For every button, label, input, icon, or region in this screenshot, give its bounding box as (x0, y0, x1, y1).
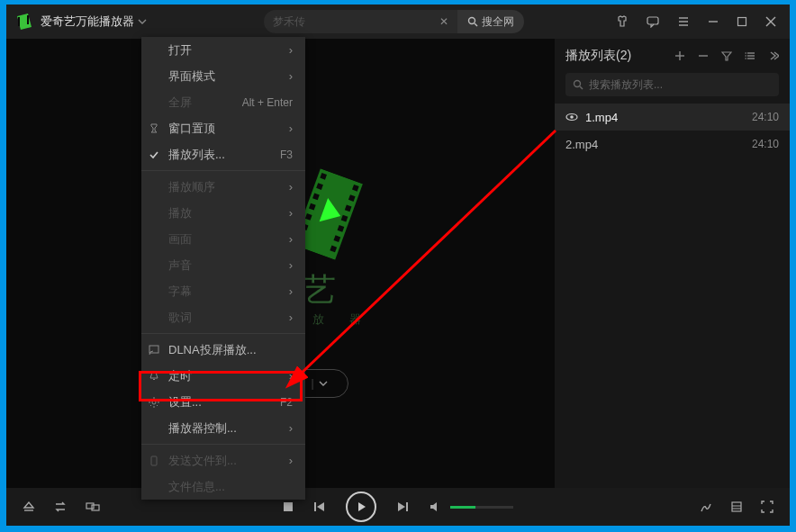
playlist-item-duration: 24:10 (752, 111, 779, 123)
playlist-list-icon[interactable] (745, 50, 755, 61)
volume-icon (429, 500, 441, 513)
main-area: 艺 放 器 | 播放列表(2) 搜索播放列表... (6, 39, 790, 488)
volume-control[interactable] (429, 500, 513, 513)
menu-playlist[interactable]: 播放列表...F3 (141, 141, 305, 167)
svg-rect-49 (284, 502, 293, 511)
playlist-collapse-icon[interactable] (768, 50, 779, 61)
menu-icon[interactable] (677, 15, 690, 28)
svg-rect-52 (732, 502, 741, 511)
titlebar-icons (616, 15, 790, 28)
gear-icon (149, 397, 161, 408)
playlist-item[interactable]: 1.mp4 24:10 (555, 104, 790, 131)
playlist-item-name: 1.mp4 (585, 111, 618, 124)
message-icon[interactable] (647, 15, 659, 28)
cast-icon (149, 345, 161, 356)
context-menu: 打开› 界面模式› 全屏Alt + Enter 窗口置顶› 播放列表...F3 … (141, 37, 305, 500)
loop-icon[interactable] (53, 500, 68, 513)
menu-ui-mode[interactable]: 界面模式› (141, 63, 305, 89)
menu-dlna[interactable]: DLNA投屏播放... (141, 337, 305, 363)
stop-icon[interactable] (283, 501, 294, 512)
svg-rect-5 (647, 17, 658, 24)
title-dropdown-icon[interactable] (138, 17, 147, 26)
clear-search-icon[interactable]: ✕ (439, 15, 448, 28)
svg-point-3 (469, 18, 475, 24)
svg-line-4 (475, 23, 477, 26)
device-icon (149, 455, 161, 466)
svg-line-39 (580, 86, 583, 89)
search-icon (467, 16, 478, 27)
playlist-add-icon[interactable] (674, 50, 685, 61)
playlist-remove-icon[interactable] (698, 50, 709, 61)
close-icon[interactable] (765, 16, 776, 27)
pin-icon (149, 123, 161, 134)
capture-icon[interactable] (730, 500, 743, 513)
bg-brand-sub: 放 器 (312, 311, 372, 328)
menu-playerctl[interactable]: 播放器控制...› (141, 415, 305, 441)
menu-audio: 声音› (141, 252, 305, 278)
eject-icon[interactable] (23, 500, 35, 513)
menu-open[interactable]: 打开› (141, 37, 305, 63)
playlist-item[interactable]: 2.mp4 24:10 (555, 131, 790, 158)
menu-sendto: 发送文件到...› (141, 447, 305, 473)
svg-rect-48 (92, 505, 99, 510)
player-controls (6, 488, 790, 526)
app-logo-icon (15, 13, 33, 31)
menu-fileinfo: 文件信息... (141, 473, 305, 500)
effects-icon[interactable] (700, 500, 712, 513)
playlist-filter-icon[interactable] (721, 50, 732, 61)
svg-point-35 (745, 52, 746, 54)
next-icon[interactable] (396, 500, 409, 513)
play-button[interactable] (346, 491, 376, 522)
chevron-down-icon (319, 379, 328, 388)
svg-rect-10 (738, 18, 746, 26)
search-icon (573, 79, 583, 90)
playlist-item-duration: 24:10 (752, 138, 779, 150)
maximize-icon[interactable] (737, 16, 747, 27)
playlist-item-name: 2.mp4 (565, 138, 598, 151)
svg-rect-51 (406, 502, 408, 511)
svg-point-36 (745, 55, 746, 57)
playlist-header: 播放列表(2) (555, 39, 790, 73)
menu-order: 播放顺序› (141, 174, 305, 200)
menu-lyrics: 歌词› (141, 304, 305, 330)
svg-rect-44 (151, 456, 157, 465)
menu-fullscreen: 全屏Alt + Enter (141, 89, 305, 115)
menu-subtitle: 字幕› (141, 278, 305, 304)
svg-point-38 (574, 81, 581, 87)
svg-point-43 (152, 401, 156, 404)
playlist-search-input[interactable]: 搜索播放列表... (565, 73, 779, 96)
playlist-sidebar: 播放列表(2) 搜索播放列表... 1.mp4 24:10 2.mp4 (554, 39, 790, 488)
minimize-icon[interactable] (708, 16, 719, 27)
search-input[interactable]: 梦禾传 ✕ (264, 10, 457, 33)
app-window: 爱奇艺万能播放器 梦禾传 ✕ 搜全网 (6, 5, 790, 526)
search-all-button[interactable]: 搜全网 (457, 10, 524, 33)
app-title: 爱奇艺万能播放器 (41, 14, 134, 30)
menu-ontop[interactable]: 窗口置顶› (141, 115, 305, 141)
menu-timer[interactable]: 定时› (141, 363, 305, 389)
skin-icon[interactable] (616, 15, 629, 28)
dual-screen-icon[interactable] (86, 500, 100, 513)
svg-rect-50 (314, 502, 316, 511)
svg-rect-1 (18, 17, 20, 26)
prev-icon[interactable] (313, 500, 326, 513)
svg-rect-47 (86, 503, 94, 509)
titlebar: 爱奇艺万能播放器 梦禾传 ✕ 搜全网 (6, 5, 790, 39)
playlist-title: 播放列表(2) (565, 48, 631, 64)
fullscreen-icon[interactable] (761, 500, 773, 513)
menu-picture: 画面› (141, 226, 305, 252)
playing-icon (565, 111, 578, 123)
bell-icon (149, 371, 161, 382)
volume-slider[interactable] (450, 506, 513, 509)
svg-point-41 (570, 115, 574, 119)
menu-playback: 播放› (141, 200, 305, 226)
menu-settings[interactable]: 设置...F2 (141, 389, 305, 415)
svg-point-37 (745, 58, 746, 59)
bg-brand-text: 艺 (303, 268, 339, 312)
check-icon (149, 149, 161, 160)
svg-rect-2 (27, 15, 29, 24)
